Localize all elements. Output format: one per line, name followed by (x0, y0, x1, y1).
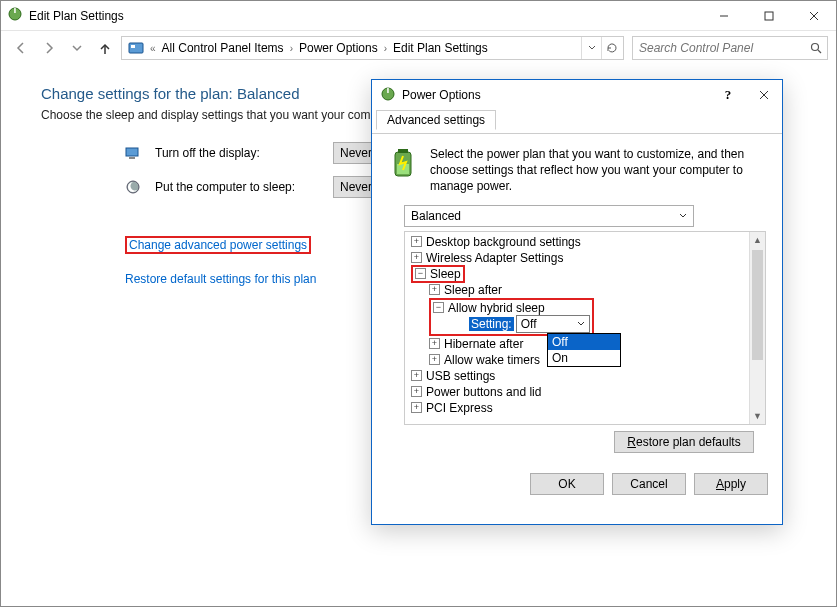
scroll-thumb[interactable] (752, 250, 763, 360)
svg-rect-19 (398, 149, 408, 153)
tree-item-setting-row[interactable]: Setting: Off Off On (433, 316, 590, 332)
breadcrumb-item[interactable]: All Control Panel Items (158, 41, 288, 55)
option-on[interactable]: On (548, 350, 620, 366)
svg-line-10 (818, 50, 821, 53)
turn-off-display-label: Turn off the display: (155, 146, 319, 160)
refresh-button[interactable] (601, 37, 621, 59)
tree-item-hybrid-sleep[interactable]: −Allow hybrid sleep (433, 300, 590, 316)
svg-rect-11 (126, 148, 138, 156)
tree-item-usb[interactable]: +USB settings (407, 368, 747, 384)
svg-rect-3 (765, 12, 773, 20)
help-button[interactable]: ? (710, 80, 746, 110)
expand-icon[interactable]: + (411, 236, 422, 247)
settings-tree: +Desktop background settings +Wireless A… (404, 231, 766, 425)
close-button[interactable] (791, 1, 836, 30)
expand-icon[interactable]: + (429, 354, 440, 365)
power-icon (380, 86, 396, 105)
maximize-button[interactable] (746, 1, 791, 30)
tree-item-desktop-bg[interactable]: +Desktop background settings (407, 234, 747, 250)
scroll-up-icon[interactable]: ▲ (750, 232, 765, 248)
search-input[interactable] (633, 41, 805, 55)
cancel-button[interactable]: Cancel (612, 473, 686, 495)
cp-icon (124, 40, 148, 56)
expand-icon[interactable]: + (429, 338, 440, 349)
dialog-close-button[interactable] (746, 80, 782, 110)
app-icon (7, 6, 23, 25)
sleep-icon (125, 179, 141, 195)
collapse-icon[interactable]: − (415, 268, 426, 279)
setting-dropdown-list[interactable]: Off On (547, 333, 621, 367)
recent-dropdown[interactable] (65, 36, 89, 60)
nav-row: « All Control Panel Items › Power Option… (1, 31, 836, 65)
tree-item-wireless[interactable]: +Wireless Adapter Settings (407, 250, 747, 266)
back-button[interactable] (9, 36, 33, 60)
chevron-right-icon: › (384, 43, 387, 54)
battery-icon (386, 146, 420, 180)
apply-button[interactable]: Apply (694, 473, 768, 495)
tab-advanced-settings[interactable]: Advanced settings (376, 110, 496, 130)
svg-rect-12 (129, 157, 135, 159)
breadcrumb-item[interactable]: Power Options (295, 41, 382, 55)
option-off[interactable]: Off (548, 334, 620, 350)
dialog-description: Select the power plan that you want to c… (430, 146, 768, 195)
plan-select[interactable]: Balanced (404, 205, 694, 227)
collapse-icon[interactable]: − (433, 302, 444, 313)
scroll-down-icon[interactable]: ▼ (750, 408, 765, 424)
put-to-sleep-label: Put the computer to sleep: (155, 180, 319, 194)
dialog-title: Power Options (402, 88, 481, 102)
expand-icon[interactable]: + (429, 284, 440, 295)
restore-plan-defaults-button[interactable]: Restore plan defaults (614, 431, 754, 453)
svg-rect-8 (131, 45, 135, 48)
chevron-right-icon: › (290, 43, 293, 54)
tree-scrollbar[interactable]: ▲ ▼ (749, 232, 765, 424)
expand-icon[interactable]: + (411, 402, 422, 413)
svg-rect-15 (387, 88, 389, 93)
expand-icon[interactable]: + (411, 386, 422, 397)
power-options-dialog: Power Options ? Advanced settings Select… (371, 79, 783, 525)
dialog-title-bar: Power Options ? (372, 80, 782, 110)
search-box[interactable] (632, 36, 828, 60)
window-title: Edit Plan Settings (29, 9, 124, 23)
search-icon[interactable] (805, 42, 827, 54)
expand-icon[interactable]: + (411, 370, 422, 381)
ok-button[interactable]: OK (530, 473, 604, 495)
svg-rect-1 (14, 8, 16, 13)
address-dropdown[interactable] (581, 37, 601, 59)
change-advanced-link[interactable]: Change advanced power settings (129, 238, 307, 252)
tree-item-sleep[interactable]: −Sleep (407, 266, 747, 282)
expand-icon[interactable]: + (411, 252, 422, 263)
address-bar[interactable]: « All Control Panel Items › Power Option… (121, 36, 624, 60)
title-bar: Edit Plan Settings (1, 1, 836, 31)
up-button[interactable] (93, 36, 117, 60)
setting-value-select[interactable]: Off (516, 315, 590, 333)
tree-item-power-buttons[interactable]: +Power buttons and lid (407, 384, 747, 400)
forward-button[interactable] (37, 36, 61, 60)
display-icon (125, 145, 141, 161)
tree-item-pci[interactable]: +PCI Express (407, 400, 747, 416)
minimize-button[interactable] (701, 1, 746, 30)
restore-defaults-link[interactable]: Restore default settings for this plan (125, 272, 316, 286)
tree-item-sleep-after[interactable]: +Sleep after (407, 282, 747, 298)
dialog-button-row: OK Cancel Apply (372, 465, 782, 495)
svg-point-9 (812, 44, 819, 51)
breadcrumb-item[interactable]: Edit Plan Settings (389, 41, 492, 55)
setting-label: Setting: (469, 317, 514, 331)
